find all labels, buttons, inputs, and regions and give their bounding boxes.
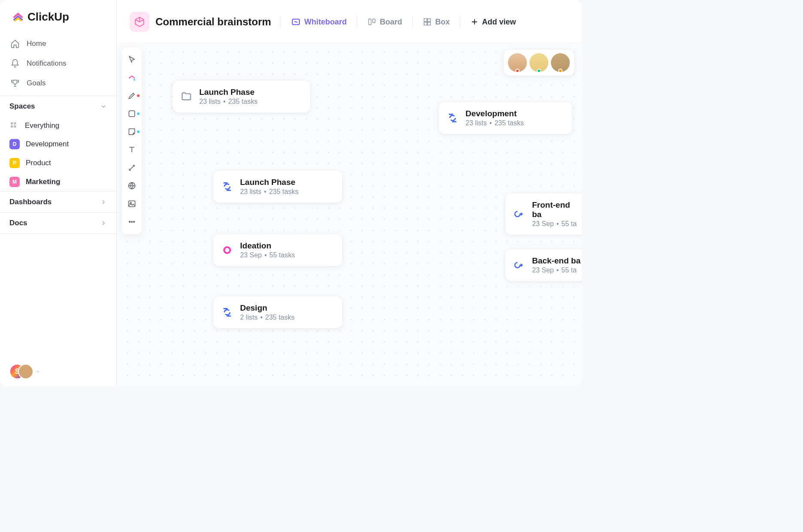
whiteboard-icon (291, 17, 301, 27)
page-title: Commercial brainstorm (155, 16, 271, 28)
node-title: Front-end ba (532, 200, 581, 219)
spaces-header[interactable]: Spaces (0, 96, 116, 117)
pointer-icon (128, 55, 136, 64)
page-header: Commercial brainstorm Whiteboard Board B… (117, 0, 582, 42)
nav-home[interactable]: Home (0, 34, 116, 54)
node-meta: 23 Sep•55 tasks (240, 251, 295, 259)
page-icon[interactable] (130, 12, 149, 32)
tab-box[interactable]: Box (422, 16, 450, 28)
svg-rect-8 (428, 19, 431, 22)
svg-point-3 (14, 126, 16, 127)
collaborators[interactable] (504, 50, 574, 76)
tool-more[interactable] (123, 214, 140, 230)
node-development[interactable]: Development 23 lists•235 tasks (439, 102, 572, 134)
node-design[interactable]: Design 2 lists•235 tasks (213, 296, 342, 328)
tab-label: Add view (482, 18, 516, 27)
sidebar: ClickUp Home Notifications Goals Spaces … (0, 0, 117, 386)
space-badge: D (9, 139, 20, 149)
divider (357, 15, 357, 28)
svg-point-16 (131, 221, 133, 223)
image-icon (128, 200, 136, 208)
divider (280, 15, 281, 28)
divider (460, 15, 460, 28)
divider (412, 15, 413, 28)
tool-pointer[interactable] (123, 51, 140, 68)
folder-icon (180, 91, 192, 103)
nav-goals[interactable]: Goals (0, 73, 116, 93)
node-title: Launch Phase (199, 88, 258, 97)
chevron-down-icon (100, 103, 107, 110)
node-meta: 23 Sep•55 ta (532, 266, 581, 274)
node-frontend[interactable]: Front-end ba 23 Sep•55 ta (505, 193, 582, 235)
tool-web[interactable] (123, 178, 140, 194)
clickup-add-icon (128, 73, 136, 82)
space-badge: M (9, 177, 20, 187)
whiteboard-canvas[interactable]: Launch Phase 23 lists•235 tasks Launch P… (117, 42, 582, 386)
tool-image[interactable] (123, 196, 140, 212)
node-meta: 23 lists•235 tasks (240, 188, 298, 196)
user-menu[interactable]: S (0, 357, 116, 386)
node-backend[interactable]: Back-end ba 23 Sep•55 ta (505, 249, 582, 281)
sidebar-docs[interactable]: Docs (0, 212, 116, 234)
svg-rect-5 (369, 19, 371, 24)
sidebar-everything[interactable]: Everything (0, 117, 116, 135)
svg-point-0 (11, 123, 13, 124)
add-view-button[interactable]: Add view (470, 16, 517, 28)
pen-icon (128, 91, 136, 100)
nav-goals-label: Goals (27, 79, 46, 88)
text-icon (128, 145, 136, 154)
bell-icon (10, 59, 20, 68)
canvas-toolbar (122, 47, 142, 234)
node-title: Ideation (240, 241, 295, 251)
box-icon (423, 18, 432, 26)
node-title: Launch Phase (240, 178, 298, 187)
tab-label: Box (435, 18, 450, 27)
brand-name: ClickUp (27, 10, 69, 24)
node-meta: 23 Sep•55 ta (532, 220, 581, 228)
refresh-icon (221, 306, 233, 318)
svg-point-1 (14, 123, 16, 124)
space-badge: P (9, 158, 20, 168)
svg-point-18 (224, 247, 230, 253)
sidebar-everything-label: Everything (25, 121, 59, 130)
collab-avatar[interactable] (508, 53, 527, 72)
sidebar-space-product[interactable]: P Product (0, 154, 116, 172)
sidebar-dashboards[interactable]: Dashboards (0, 191, 116, 212)
user-avatar (18, 364, 33, 379)
svg-rect-10 (428, 22, 431, 25)
logo[interactable]: ClickUp (12, 10, 107, 24)
space-label: Product (26, 159, 51, 167)
spaces-header-label: Spaces (9, 102, 35, 111)
connector-icon (128, 163, 136, 172)
chevron-right-icon (100, 220, 107, 227)
tool-connector[interactable] (123, 160, 140, 176)
loop-icon (513, 259, 525, 271)
node-ideation[interactable]: Ideation 23 Sep•55 tasks (213, 234, 342, 266)
tool-sticky[interactable] (123, 124, 140, 140)
plus-icon (471, 18, 478, 26)
node-launch-phase-1[interactable]: Launch Phase 23 lists•235 tasks (173, 81, 310, 112)
nav-notifications[interactable]: Notifications (0, 54, 116, 73)
dots-icon (128, 218, 136, 226)
node-launch-phase-2[interactable]: Launch Phase 23 lists•235 tasks (213, 171, 342, 203)
collab-avatar[interactable] (529, 53, 548, 72)
tool-clickup[interactable] (123, 70, 140, 86)
node-title: Development (465, 109, 524, 118)
tab-label: Board (380, 18, 402, 27)
sidebar-docs-label: Docs (9, 219, 27, 227)
tab-whiteboard[interactable]: Whiteboard (290, 15, 347, 28)
sidebar-space-development[interactable]: D Development (0, 135, 116, 154)
nav-home-label: Home (27, 39, 46, 48)
svg-rect-11 (129, 111, 134, 116)
space-label: Marketing (26, 178, 60, 186)
home-icon (10, 39, 20, 48)
tab-board[interactable]: Board (367, 16, 403, 28)
tool-text[interactable] (123, 142, 140, 158)
globe-icon (128, 181, 136, 190)
tool-shape[interactable] (123, 106, 140, 122)
tool-pen[interactable] (123, 88, 140, 104)
grid-icon (9, 121, 19, 130)
sidebar-space-marketing[interactable]: M Marketing (0, 172, 116, 191)
collab-avatar[interactable] (551, 53, 570, 72)
tab-label: Whiteboard (304, 18, 347, 27)
